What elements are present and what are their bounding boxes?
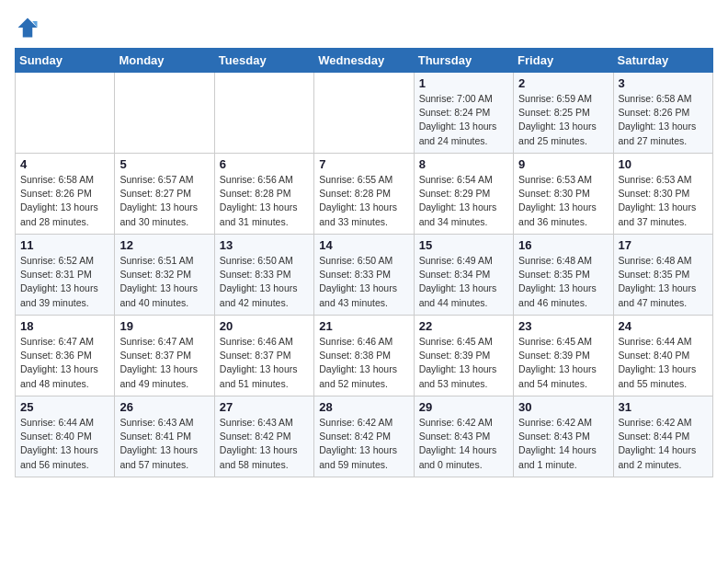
calendar-day-25: 25Sunrise: 6:44 AM Sunset: 8:40 PM Dayli… (16, 396, 115, 477)
day-info: Sunrise: 6:58 AM Sunset: 8:26 PM Dayligh… (619, 92, 708, 148)
calendar-day-7: 7Sunrise: 6:55 AM Sunset: 8:28 PM Daylig… (314, 154, 414, 235)
day-info: Sunrise: 6:54 AM Sunset: 8:29 PM Dayligh… (419, 173, 508, 229)
day-info: Sunrise: 6:48 AM Sunset: 8:35 PM Dayligh… (518, 254, 608, 310)
calendar-week-1: 1Sunrise: 7:00 AM Sunset: 8:24 PM Daylig… (16, 73, 713, 154)
day-info: Sunrise: 6:50 AM Sunset: 8:33 PM Dayligh… (220, 254, 309, 310)
day-number: 8 (419, 157, 508, 171)
weekday-header-tuesday: Tuesday (214, 49, 313, 73)
day-info: Sunrise: 6:56 AM Sunset: 8:28 PM Dayligh… (220, 173, 309, 229)
day-number: 16 (518, 238, 608, 252)
weekday-header-sunday: Sunday (16, 49, 115, 73)
day-info: Sunrise: 6:42 AM Sunset: 8:44 PM Dayligh… (619, 416, 708, 472)
calendar-week-3: 11Sunrise: 6:52 AM Sunset: 8:31 PM Dayli… (16, 235, 713, 316)
day-number: 20 (220, 319, 309, 333)
day-info: Sunrise: 6:58 AM Sunset: 8:26 PM Dayligh… (20, 173, 109, 229)
day-number: 23 (518, 319, 608, 333)
weekday-header-thursday: Thursday (414, 49, 513, 73)
day-info: Sunrise: 6:46 AM Sunset: 8:37 PM Dayligh… (220, 335, 309, 391)
day-number: 15 (419, 238, 508, 252)
calendar-day-15: 15Sunrise: 6:49 AM Sunset: 8:34 PM Dayli… (414, 235, 513, 316)
day-number: 29 (419, 400, 508, 414)
day-number: 27 (220, 400, 309, 414)
calendar-day-18: 18Sunrise: 6:47 AM Sunset: 8:36 PM Dayli… (16, 316, 115, 396)
day-number: 19 (119, 319, 209, 333)
calendar-day-6: 6Sunrise: 6:56 AM Sunset: 8:28 PM Daylig… (214, 154, 313, 235)
calendar-day-28: 28Sunrise: 6:42 AM Sunset: 8:42 PM Dayli… (314, 396, 414, 477)
calendar-day-10: 10Sunrise: 6:53 AM Sunset: 8:30 PM Dayli… (613, 154, 712, 235)
day-number: 30 (518, 400, 608, 414)
calendar-day-2: 2Sunrise: 6:59 AM Sunset: 8:25 PM Daylig… (514, 73, 613, 154)
logo (15, 15, 44, 40)
weekday-header-monday: Monday (115, 49, 214, 73)
day-number: 26 (119, 400, 209, 414)
day-info: Sunrise: 6:44 AM Sunset: 8:40 PM Dayligh… (20, 416, 109, 472)
calendar-day-9: 9Sunrise: 6:53 AM Sunset: 8:30 PM Daylig… (514, 154, 613, 235)
day-number: 17 (619, 238, 708, 252)
day-info: Sunrise: 6:47 AM Sunset: 8:37 PM Dayligh… (119, 335, 209, 391)
day-number: 2 (518, 76, 608, 90)
calendar-day-empty (214, 73, 313, 154)
calendar-table: SundayMondayTuesdayWednesdayThursdayFrid… (15, 48, 713, 477)
day-number: 10 (619, 157, 708, 171)
calendar-day-21: 21Sunrise: 6:46 AM Sunset: 8:38 PM Dayli… (314, 316, 414, 396)
day-info: Sunrise: 6:48 AM Sunset: 8:35 PM Dayligh… (619, 254, 708, 310)
day-info: Sunrise: 6:44 AM Sunset: 8:40 PM Dayligh… (619, 335, 708, 391)
day-number: 25 (20, 400, 109, 414)
weekday-header-friday: Friday (514, 49, 613, 73)
calendar-week-4: 18Sunrise: 6:47 AM Sunset: 8:36 PM Dayli… (16, 316, 713, 396)
day-info: Sunrise: 6:42 AM Sunset: 8:43 PM Dayligh… (419, 416, 508, 472)
calendar-day-5: 5Sunrise: 6:57 AM Sunset: 8:27 PM Daylig… (115, 154, 214, 235)
calendar-week-2: 4Sunrise: 6:58 AM Sunset: 8:26 PM Daylig… (16, 154, 713, 235)
day-info: Sunrise: 6:57 AM Sunset: 8:27 PM Dayligh… (119, 173, 209, 229)
calendar-week-5: 25Sunrise: 6:44 AM Sunset: 8:40 PM Dayli… (16, 396, 713, 477)
day-info: Sunrise: 6:49 AM Sunset: 8:34 PM Dayligh… (419, 254, 508, 310)
day-number: 18 (20, 319, 109, 333)
weekday-header-wednesday: Wednesday (314, 49, 414, 73)
calendar-day-empty (115, 73, 214, 154)
calendar-day-13: 13Sunrise: 6:50 AM Sunset: 8:33 PM Dayli… (214, 235, 313, 316)
calendar-day-8: 8Sunrise: 6:54 AM Sunset: 8:29 PM Daylig… (414, 154, 513, 235)
day-info: Sunrise: 6:53 AM Sunset: 8:30 PM Dayligh… (518, 173, 608, 229)
calendar-day-22: 22Sunrise: 6:45 AM Sunset: 8:39 PM Dayli… (414, 316, 513, 396)
calendar-day-17: 17Sunrise: 6:48 AM Sunset: 8:35 PM Dayli… (613, 235, 712, 316)
calendar-day-27: 27Sunrise: 6:43 AM Sunset: 8:42 PM Dayli… (214, 396, 313, 477)
calendar-day-24: 24Sunrise: 6:44 AM Sunset: 8:40 PM Dayli… (613, 316, 712, 396)
day-number: 14 (319, 238, 408, 252)
day-number: 28 (319, 400, 408, 414)
header (15, 15, 713, 40)
day-number: 3 (619, 76, 708, 90)
calendar-day-3: 3Sunrise: 6:58 AM Sunset: 8:26 PM Daylig… (613, 73, 712, 154)
day-info: Sunrise: 6:43 AM Sunset: 8:42 PM Dayligh… (220, 416, 309, 472)
weekday-header-row: SundayMondayTuesdayWednesdayThursdayFrid… (16, 49, 713, 73)
calendar-day-1: 1Sunrise: 7:00 AM Sunset: 8:24 PM Daylig… (414, 73, 513, 154)
day-number: 4 (20, 157, 109, 171)
calendar-day-19: 19Sunrise: 6:47 AM Sunset: 8:37 PM Dayli… (115, 316, 214, 396)
day-number: 31 (619, 400, 708, 414)
day-number: 12 (119, 238, 209, 252)
day-info: Sunrise: 6:51 AM Sunset: 8:32 PM Dayligh… (119, 254, 209, 310)
calendar-day-26: 26Sunrise: 6:43 AM Sunset: 8:41 PM Dayli… (115, 396, 214, 477)
day-info: Sunrise: 6:47 AM Sunset: 8:36 PM Dayligh… (20, 335, 109, 391)
day-info: Sunrise: 6:45 AM Sunset: 8:39 PM Dayligh… (518, 335, 608, 391)
day-info: Sunrise: 6:43 AM Sunset: 8:41 PM Dayligh… (119, 416, 209, 472)
day-info: Sunrise: 6:52 AM Sunset: 8:31 PM Dayligh… (20, 254, 109, 310)
day-info: Sunrise: 6:42 AM Sunset: 8:42 PM Dayligh… (319, 416, 408, 472)
day-number: 6 (220, 157, 309, 171)
day-number: 11 (20, 238, 109, 252)
day-number: 21 (319, 319, 408, 333)
day-info: Sunrise: 6:50 AM Sunset: 8:33 PM Dayligh… (319, 254, 408, 310)
day-info: Sunrise: 6:53 AM Sunset: 8:30 PM Dayligh… (619, 173, 708, 229)
weekday-header-saturday: Saturday (613, 49, 712, 73)
calendar-day-31: 31Sunrise: 6:42 AM Sunset: 8:44 PM Dayli… (613, 396, 712, 477)
day-number: 22 (419, 319, 508, 333)
calendar-day-16: 16Sunrise: 6:48 AM Sunset: 8:35 PM Dayli… (514, 235, 613, 316)
day-number: 5 (119, 157, 209, 171)
calendar-day-14: 14Sunrise: 6:50 AM Sunset: 8:33 PM Dayli… (314, 235, 414, 316)
calendar-day-20: 20Sunrise: 6:46 AM Sunset: 8:37 PM Dayli… (214, 316, 313, 396)
calendar-day-4: 4Sunrise: 6:58 AM Sunset: 8:26 PM Daylig… (16, 154, 115, 235)
calendar-day-empty (16, 73, 115, 154)
svg-marker-0 (18, 18, 38, 38)
day-number: 9 (518, 157, 608, 171)
page: SundayMondayTuesdayWednesdayThursdayFrid… (0, 0, 728, 492)
calendar-day-12: 12Sunrise: 6:51 AM Sunset: 8:32 PM Dayli… (115, 235, 214, 316)
